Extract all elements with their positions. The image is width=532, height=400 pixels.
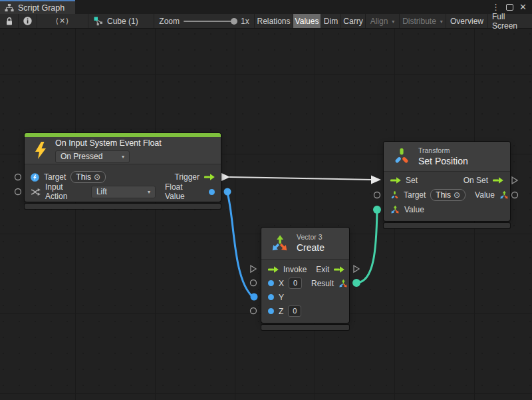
- close-icon[interactable]: ✕: [519, 3, 527, 11]
- full-screen-button[interactable]: Full Screen: [488, 14, 532, 28]
- transform-node-title: Set Position: [418, 155, 468, 167]
- transform-target-field[interactable]: This ⊙: [430, 189, 466, 201]
- vector-node-footer: [261, 325, 349, 330]
- breadcrumb[interactable]: Cube (1): [88, 14, 154, 28]
- script-graph-window: Script Graph ⋮ ✕ ⟨✕⟩ Cube (1) Zoom 1x: [0, 0, 532, 400]
- y-dot-icon: [268, 294, 274, 300]
- overview-label: Overview: [450, 17, 483, 26]
- overview-button[interactable]: Overview: [446, 14, 488, 28]
- port-vector-exit-out[interactable]: [354, 266, 359, 272]
- set-arrow-icon: [390, 176, 401, 184]
- x-dot-icon: [268, 280, 274, 286]
- vector-node-type: Vector 3: [297, 232, 325, 242]
- port-vector-x-in[interactable]: [251, 280, 257, 286]
- event-node-header: On Input System Event Float On Pressed ▾: [25, 137, 221, 164]
- port-vector-invoke-in[interactable]: [251, 266, 256, 272]
- zoom-control: Zoom 1x: [154, 14, 255, 28]
- event-mode-dropdown[interactable]: On Pressed ▾: [55, 150, 130, 163]
- values-label: Values: [295, 17, 319, 26]
- value-in-vector3-icon: [390, 205, 400, 214]
- port-transform-target-in[interactable]: [374, 192, 380, 198]
- port-event-target-in[interactable]: [15, 174, 21, 180]
- exit-arrow-icon: [334, 266, 344, 274]
- x-value-field[interactable]: 0: [289, 278, 302, 289]
- invoke-arrow-icon: [268, 266, 279, 274]
- input-action-value: Lift: [96, 187, 107, 196]
- event-mode-value: On Pressed: [61, 152, 102, 161]
- trigger-arrow-icon: [204, 173, 215, 181]
- z-dot-icon: [268, 308, 274, 314]
- zoom-value: 1x: [241, 17, 249, 26]
- float-value-dot-icon: [209, 189, 215, 195]
- graph-tab-icon: [5, 4, 14, 12]
- breadcrumb-label: Cube (1): [107, 17, 138, 26]
- event-target-field[interactable]: This ⊙: [70, 171, 106, 183]
- values-button[interactable]: Values: [293, 14, 321, 28]
- dim-button[interactable]: Dim: [321, 14, 341, 28]
- input-action-dropdown[interactable]: Lift ▾: [91, 186, 156, 198]
- port-event-floatvalue-out[interactable]: [224, 188, 231, 196]
- distribute-caret-icon: ▾: [440, 19, 443, 25]
- info-icon: [23, 17, 32, 25]
- input-action-icon: [31, 188, 41, 196]
- port-transform-onset-out[interactable]: [512, 177, 517, 184]
- value-out-vector3-icon: [499, 190, 509, 200]
- y-label: Y: [279, 293, 284, 302]
- exit-label: Exit: [316, 265, 329, 274]
- value-out-label: Value: [475, 190, 495, 200]
- transform-target-label: Target: [404, 190, 426, 200]
- tab-title: Script Graph: [18, 3, 65, 13]
- input-action-caret-icon: ▾: [148, 190, 150, 195]
- event-node-footer: [25, 204, 221, 209]
- fit-button[interactable]: ⟨✕⟩: [37, 14, 88, 28]
- z-value-field[interactable]: 0: [288, 305, 301, 317]
- wire-result-to-value[interactable]: [356, 211, 377, 283]
- wire-floatvalue-to-y[interactable]: [227, 193, 252, 296]
- vector-node-header: Vector 3 Create: [261, 228, 349, 260]
- dim-label: Dim: [324, 17, 338, 26]
- zoom-slider-handle[interactable]: [231, 18, 237, 25]
- full-screen-label: Full Screen: [492, 12, 528, 31]
- zoom-label: Zoom: [159, 17, 180, 26]
- menu-kebab-icon[interactable]: ⋮: [491, 3, 500, 11]
- zoom-slider[interactable]: [184, 21, 235, 22]
- distribute-button[interactable]: Distribute ▾: [400, 14, 446, 28]
- transform-node-footer: [384, 223, 510, 228]
- relations-label: Relations: [257, 17, 290, 26]
- port-transform-value-out[interactable]: [512, 192, 518, 198]
- port-event-inputaction-in[interactable]: [15, 189, 21, 195]
- x-label: X: [279, 279, 284, 288]
- input-action-label: Input Action: [45, 182, 86, 201]
- port-transform-value-in[interactable]: [373, 206, 381, 214]
- tab-script-graph[interactable]: Script Graph: [0, 0, 75, 14]
- event-target-value: This: [76, 172, 91, 182]
- align-caret-icon: ▾: [392, 19, 394, 25]
- lock-button[interactable]: [0, 14, 19, 28]
- relations-button[interactable]: Relations: [255, 14, 293, 28]
- input-system-icon: [31, 173, 39, 182]
- graph-breadcrumb-icon: [94, 17, 103, 26]
- transform-node-type: Transform: [418, 146, 468, 155]
- set-label: Set: [406, 176, 418, 185]
- info-button[interactable]: [19, 14, 37, 28]
- graph-canvas[interactable]: On Input System Event Float On Pressed ▾…: [0, 29, 532, 400]
- on-set-label: On Set: [464, 176, 488, 185]
- port-vector-z-in[interactable]: [251, 308, 257, 314]
- node-on-input-system-event-float[interactable]: On Input System Event Float On Pressed ▾…: [25, 133, 221, 202]
- port-vector-y-in[interactable]: [251, 294, 258, 301]
- port-vector-result-out[interactable]: [352, 279, 360, 287]
- carry-label: Carry: [343, 17, 362, 26]
- tab-bar: Script Graph ⋮ ✕: [0, 0, 532, 14]
- port-trigger-out[interactable]: [221, 173, 230, 181]
- node-transform-set-position[interactable]: Transform Set Position Set On Set Target…: [384, 142, 510, 221]
- align-button[interactable]: Align ▾: [366, 14, 400, 28]
- wire-trigger-to-set[interactable]: [229, 177, 372, 180]
- object-picker-icon: ⊙: [454, 191, 460, 199]
- carry-button[interactable]: Carry: [341, 14, 366, 28]
- invoke-label: Invoke: [283, 265, 307, 274]
- maximize-icon[interactable]: [506, 4, 513, 11]
- node-vector3-create[interactable]: Vector 3 Create Invoke Exit X 0 Res: [261, 228, 349, 323]
- vector-node-title: Create: [297, 242, 325, 254]
- lock-icon: [5, 17, 13, 26]
- event-mode-caret-icon: ▾: [122, 154, 124, 160]
